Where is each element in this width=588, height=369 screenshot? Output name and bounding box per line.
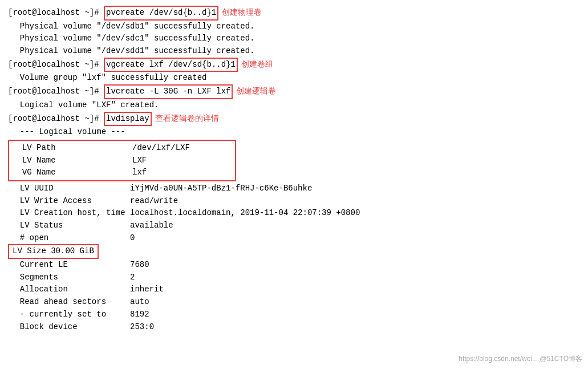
lv-open-line: # open 0	[8, 232, 580, 245]
lvcreate-command-line: [root@localhost ~]# lvcreate -L 30G -n L…	[8, 84, 580, 99]
prompt-4: [root@localhost ~]#	[8, 113, 104, 125]
lv-size-row: LV Size 30.00 GiB	[8, 244, 580, 259]
pvcreate-output-1: Physical volume "/dev/sdb1" successfully…	[8, 21, 580, 33]
pvcreate-output-3: Physical volume "/dev/sdd1" successfully…	[8, 45, 580, 58]
prompt-1: [root@localhost ~]#	[8, 7, 104, 19]
lvdisplay-command-line: [root@localhost ~]# lvdisplay查看逻辑卷的详情	[8, 112, 580, 127]
lv-write-access-line: LV Write Access read/write	[8, 195, 580, 208]
lv-path-line: LV Path /dev/lxf/LXF	[13, 142, 232, 155]
lvdisplay-annotation: 查看逻辑卷的详情	[155, 112, 219, 125]
pvcreate-output-2: Physical volume "/dev/sdc1" successfully…	[8, 33, 580, 45]
vgcreate-output-1: Volume group "lxf" successfully created	[8, 72, 580, 84]
prompt-3: [root@localhost ~]#	[8, 86, 104, 98]
lv-name-line: LV Name LXF	[13, 155, 232, 167]
lv-separator: --- Logical volume ---	[8, 126, 580, 139]
lv-uuid-line: LV UUID iYjMVd-a0UN-A5TP-dBz1-fRHJ-c6Ke-…	[8, 183, 580, 195]
lv-creation-line: LV Creation host, time localhost.localdo…	[8, 207, 580, 220]
lv-size-box: LV Size 30.00 GiB	[8, 244, 99, 259]
current-le-line: Current LE 7680	[8, 259, 580, 271]
pvcreate-annotation: 创建物理卷	[222, 6, 262, 19]
vgcreate-command-line: [root@localhost ~]# vgcreate lxf /dev/sd…	[8, 58, 580, 72]
read-ahead-line: Read ahead sectors auto	[8, 296, 580, 309]
lv-info-box: LV Path /dev/lxf/LXF LV Name LXF VG Name…	[8, 140, 236, 181]
block-device-line: Block device 253:0	[8, 321, 580, 334]
lv-status-line: LV Status available	[8, 220, 580, 232]
vgcreate-annotation: 创建卷组	[241, 58, 273, 71]
watermark: https://blog.csdn.net/wei... @51CTO博客	[459, 354, 582, 364]
vg-name-line: VG Name lxf	[13, 167, 232, 179]
terminal-window: [root@localhost ~]# pvcreate /dev/sd{b..…	[0, 0, 588, 369]
vgcreate-command: vgcreate lxf /dev/sd{b..d}1	[104, 58, 238, 72]
currently-set-line: - currently set to 8192	[8, 309, 580, 321]
lvdisplay-command: lvdisplay	[104, 112, 152, 127]
pvcreate-command: pvcreate /dev/sd{b..d}1	[104, 6, 218, 21]
allocation-line: Allocation inherit	[8, 283, 580, 296]
lvcreate-annotation: 创建逻辑卷	[236, 85, 276, 98]
pvcreate-command-line: [root@localhost ~]# pvcreate /dev/sd{b..…	[8, 6, 580, 21]
lvcreate-command: lvcreate -L 30G -n LXF lxf	[104, 84, 233, 99]
prompt-2: [root@localhost ~]#	[8, 59, 104, 71]
segments-line: Segments 2	[8, 271, 580, 284]
lvcreate-output-1: Logical volume "LXF" created.	[8, 99, 580, 112]
